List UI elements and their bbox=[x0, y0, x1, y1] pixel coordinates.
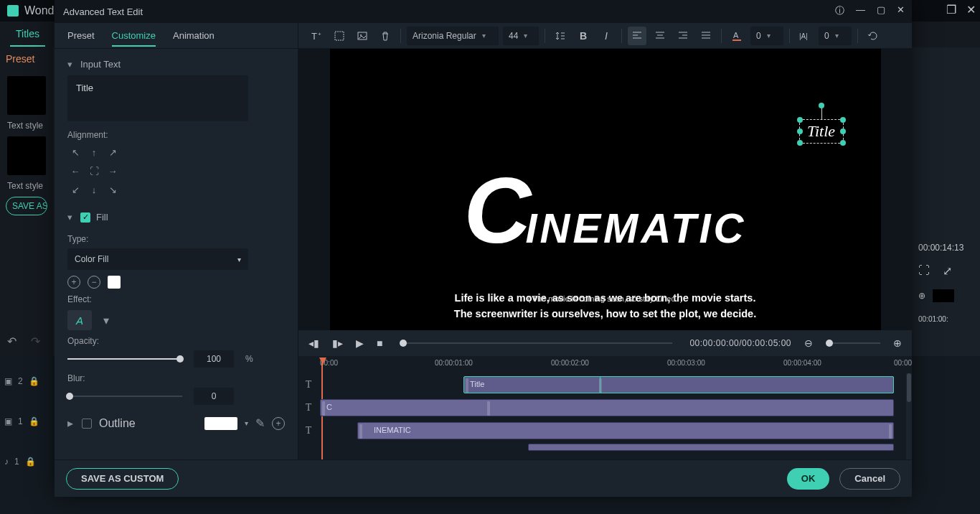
ok-button[interactable]: OK bbox=[787, 468, 830, 490]
align-bottom-right[interactable]: ↘ bbox=[105, 182, 121, 197]
zoom-in-button[interactable]: ⊕ bbox=[893, 337, 902, 349]
title-text-input[interactable] bbox=[67, 75, 248, 121]
prev-frame-button[interactable]: ◂▮ bbox=[308, 337, 319, 349]
timeline-ruler[interactable]: 00:00 00:00:01:00 00:00:02:00 00:00:03:0… bbox=[320, 359, 908, 372]
blur-slider[interactable] bbox=[67, 391, 182, 402]
timeline-track-3[interactable]: T INEMATIC bbox=[298, 421, 908, 441]
left-panel-scroll[interactable]: ▾ Input Text Alignment: ↖ ↑ ↗ ← ⛶ → ↙ ↓ bbox=[55, 49, 298, 459]
opacity-value[interactable]: 100 bbox=[194, 350, 234, 368]
align-center[interactable]: ⛶ bbox=[86, 163, 102, 179]
align-center-button[interactable] bbox=[651, 27, 669, 45]
scrub-slider[interactable] bbox=[400, 337, 672, 349]
line-spacing-icon[interactable] bbox=[551, 27, 570, 45]
fill-enabled-checkbox[interactable]: ✓ bbox=[80, 212, 90, 223]
modal-minimize-icon[interactable]: ― bbox=[856, 4, 865, 17]
kerning-icon[interactable]: |A| bbox=[796, 27, 814, 45]
undo-icon[interactable]: ↶ bbox=[7, 335, 17, 348]
text-color-button[interactable]: A bbox=[727, 27, 746, 45]
tab-titles[interactable]: Titles bbox=[10, 22, 45, 47]
align-justify-button[interactable] bbox=[697, 27, 715, 45]
align-bottom-left[interactable]: ↙ bbox=[67, 182, 83, 197]
line-height-input[interactable]: 0▾ bbox=[819, 27, 852, 45]
cancel-button[interactable]: Cancel bbox=[839, 468, 900, 490]
play-button[interactable]: ▶ bbox=[356, 337, 364, 349]
fullscreen-icon[interactable]: ⤢ bbox=[943, 264, 952, 278]
zoom-slider[interactable] bbox=[826, 337, 880, 349]
preset-tab[interactable]: Preset bbox=[0, 47, 53, 70]
rotate-handle[interactable] bbox=[819, 103, 824, 108]
modal-titlebar[interactable]: Advanced Text Edit ⓘ ― ▢ ✕ bbox=[55, 0, 912, 23]
resize-handle-w[interactable] bbox=[797, 128, 803, 134]
italic-button[interactable]: I bbox=[597, 27, 616, 45]
font-size-select[interactable]: 44▾ bbox=[503, 27, 539, 45]
zoom-out-button[interactable]: ⊖ bbox=[804, 337, 813, 349]
add-outline-button[interactable]: + bbox=[272, 417, 285, 430]
lock-icon[interactable]: 🔒 bbox=[25, 457, 36, 467]
effect-style-button[interactable]: A bbox=[67, 310, 92, 330]
eyedropper-icon[interactable]: ✎ bbox=[255, 416, 265, 430]
section-outline[interactable]: ▸ Outline ▾ ✎ + bbox=[67, 413, 285, 433]
timeline-clip-4[interactable] bbox=[528, 444, 894, 451]
canvas-main-title[interactable]: CINEMATIC bbox=[464, 178, 747, 252]
font-family-select[interactable]: Arizonia Regular▾ bbox=[407, 27, 499, 45]
outline-color-swatch[interactable] bbox=[204, 417, 237, 430]
modal-maximize-icon[interactable]: ▢ bbox=[877, 4, 885, 17]
tab-customize[interactable]: Customize bbox=[112, 30, 156, 47]
resize-handle-e[interactable] bbox=[840, 128, 846, 134]
preset-thumb-1[interactable] bbox=[7, 76, 46, 115]
fill-color-swatch[interactable] bbox=[108, 276, 121, 289]
timeline[interactable]: 00:00 00:00:01:00 00:00:02:00 00:00:03:0… bbox=[298, 356, 912, 459]
timeline-track-4[interactable] bbox=[298, 444, 908, 459]
opacity-slider[interactable] bbox=[67, 353, 182, 365]
align-right[interactable]: → bbox=[105, 163, 121, 179]
outline-dropdown-icon[interactable]: ▾ bbox=[245, 419, 248, 427]
section-input-text[interactable]: ▾ Input Text bbox=[67, 53, 285, 75]
align-top-right[interactable]: ↗ bbox=[105, 144, 121, 160]
selected-text-box[interactable]: Title bbox=[799, 119, 844, 144]
align-top-left[interactable]: ↖ bbox=[67, 144, 83, 160]
help-icon[interactable]: ⓘ bbox=[835, 4, 844, 17]
align-left[interactable]: ← bbox=[67, 163, 83, 179]
timeline-track-1[interactable]: T Title bbox=[298, 375, 908, 395]
next-frame-button[interactable]: ▮▸ bbox=[332, 337, 343, 349]
preview-canvas[interactable]: CINEMATIC Life is like a movie, as soon … bbox=[330, 49, 881, 330]
bold-button[interactable]: B bbox=[574, 27, 593, 45]
save-as-button-bg[interactable]: SAVE AS bbox=[6, 197, 47, 215]
stop-button[interactable]: ■ bbox=[377, 337, 382, 349]
fit-screen-icon[interactable]: ⛶ bbox=[918, 264, 930, 278]
fill-type-select[interactable]: Color Fill ▾ bbox=[67, 248, 248, 270]
lock-icon[interactable]: 🔒 bbox=[29, 416, 39, 426]
reset-icon[interactable] bbox=[864, 27, 882, 45]
remove-color-button[interactable]: − bbox=[88, 276, 100, 289]
add-text-icon[interactable]: T+ bbox=[307, 27, 326, 45]
align-left-button[interactable] bbox=[628, 27, 646, 45]
canvas-footer-text[interactable]: ( The movie is coming soon, so stay tune… bbox=[528, 294, 683, 303]
add-color-button[interactable]: + bbox=[67, 276, 80, 289]
delete-icon[interactable] bbox=[376, 27, 395, 45]
align-top[interactable]: ↑ bbox=[86, 144, 102, 160]
resize-handle-se[interactable] bbox=[840, 140, 846, 146]
effect-dropdown[interactable]: ▾ bbox=[99, 310, 113, 330]
timeline-clip-title-ext[interactable] bbox=[600, 376, 894, 393]
modal-close-icon[interactable]: ✕ bbox=[897, 4, 905, 17]
timeline-clip-inematic[interactable]: INEMATIC bbox=[357, 422, 894, 439]
add-image-icon[interactable] bbox=[353, 27, 372, 45]
redo-icon[interactable]: ↷ bbox=[31, 335, 40, 348]
tab-animation[interactable]: Animation bbox=[173, 30, 215, 41]
timeline-scrollbar[interactable] bbox=[906, 373, 912, 459]
add-shape-icon[interactable] bbox=[330, 27, 349, 45]
preset-thumb-2[interactable] bbox=[7, 136, 46, 175]
blur-value[interactable]: 0 bbox=[194, 388, 234, 405]
window-close-icon[interactable]: ✕ bbox=[966, 3, 976, 17]
resize-handle-nw[interactable] bbox=[797, 117, 803, 123]
tab-preset[interactable]: Preset bbox=[67, 30, 95, 41]
section-fill[interactable]: ▾ ✓ Fill bbox=[67, 206, 285, 228]
timeline-track-2[interactable]: T C bbox=[298, 398, 908, 418]
outline-enabled-checkbox[interactable] bbox=[82, 419, 92, 429]
resize-handle-ne[interactable] bbox=[840, 117, 846, 123]
window-restore-icon[interactable]: ❐ bbox=[946, 3, 956, 17]
lock-icon[interactable]: 🔒 bbox=[29, 376, 39, 386]
resize-handle-sw[interactable] bbox=[797, 140, 803, 146]
save-as-custom-button[interactable]: SAVE AS CUSTOM bbox=[66, 468, 179, 490]
align-bottom[interactable]: ↓ bbox=[86, 182, 102, 197]
